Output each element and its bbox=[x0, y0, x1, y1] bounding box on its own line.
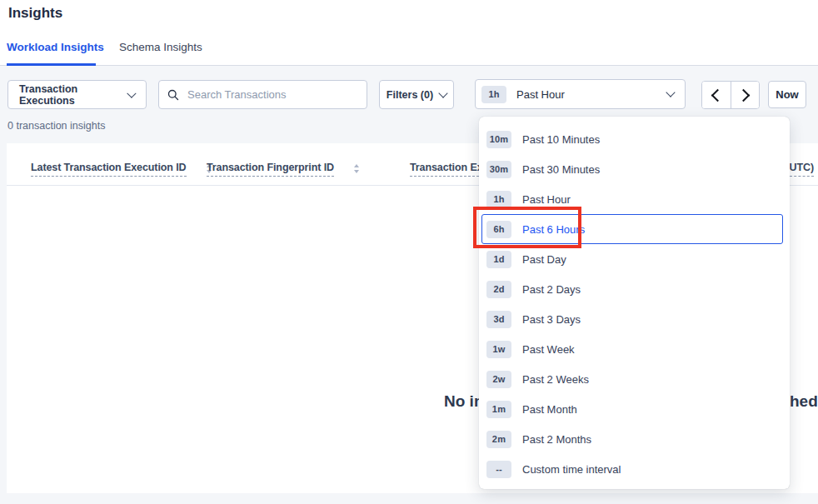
time-interval-option[interactable]: 1d Past Day bbox=[481, 244, 783, 274]
time-interval-option-label: Past Month bbox=[522, 403, 577, 416]
column-header-label: Transaction Fingerprint ID bbox=[207, 162, 334, 177]
time-interval-option[interactable]: 6h Past 6 Hours bbox=[481, 214, 783, 244]
column-header-label: Transaction Ex bbox=[410, 162, 483, 177]
time-interval-option-badge: 2m bbox=[486, 431, 511, 448]
column-header-label: UTC) bbox=[790, 162, 814, 177]
column-header-transaction-fingerprint-id: Transaction Fingerprint ID bbox=[207, 162, 359, 177]
active-tab-underline bbox=[7, 63, 96, 66]
tab-schema-insights[interactable]: Schema Insights bbox=[119, 41, 202, 53]
search-box[interactable] bbox=[158, 80, 367, 109]
time-interval-option[interactable]: 2w Past 2 Weeks bbox=[481, 364, 783, 394]
time-interval-option-badge: 30m bbox=[486, 161, 511, 178]
column-header-time-utc: UTC) bbox=[790, 162, 814, 177]
transaction-type-dropdown[interactable]: Transaction Executions bbox=[7, 80, 147, 109]
time-interval-dropdown-trigger[interactable]: 1h Past Hour bbox=[475, 79, 686, 109]
time-range-nav-group bbox=[701, 81, 760, 109]
empty-state-text-right: hed. bbox=[790, 392, 818, 411]
chevron-down-icon bbox=[438, 88, 447, 97]
time-interval-option-label: Past 30 Minutes bbox=[522, 163, 600, 176]
tab-workload-insights[interactable]: Workload Insights bbox=[7, 41, 104, 53]
time-interval-option[interactable]: 2m Past 2 Months bbox=[481, 424, 783, 454]
time-interval-option-label: Past 6 Hours bbox=[522, 223, 585, 236]
time-interval-option-label: Past 2 Weeks bbox=[522, 373, 589, 386]
page-title: Insights bbox=[8, 5, 62, 22]
time-interval-option-label: Past 10 Minutes bbox=[522, 133, 600, 146]
time-range-next-button[interactable] bbox=[731, 82, 760, 108]
column-header-transaction-execution: Transaction Ex bbox=[410, 162, 483, 177]
column-header-latest-transaction-execution-id: Latest Transaction Execution ID bbox=[31, 162, 212, 177]
time-interval-option-badge: 6h bbox=[486, 221, 511, 238]
filters-label: Filters (0) bbox=[387, 89, 433, 101]
time-interval-option[interactable]: 1m Past Month bbox=[481, 394, 783, 424]
time-interval-option-label: Past 2 Months bbox=[522, 433, 591, 446]
time-interval-label: Past Hour bbox=[516, 88, 565, 101]
chevron-down-icon bbox=[666, 87, 675, 97]
chevron-right-icon bbox=[736, 88, 750, 102]
time-interval-option-badge: 1w bbox=[486, 341, 511, 358]
filters-dropdown[interactable]: Filters (0) bbox=[379, 80, 454, 109]
time-interval-option[interactable]: 1h Past Hour bbox=[481, 184, 783, 214]
time-interval-option-badge: 10m bbox=[486, 131, 511, 148]
time-interval-option-badge: -- bbox=[486, 461, 511, 478]
search-icon bbox=[167, 89, 179, 101]
time-interval-option-badge: 2w bbox=[486, 371, 511, 388]
time-interval-option[interactable]: 10m Past 10 Minutes bbox=[481, 124, 783, 154]
time-interval-badge: 1h bbox=[481, 86, 506, 103]
time-interval-option-badge: 1h bbox=[486, 191, 511, 208]
time-interval-dropdown-menu: 10m Past 10 Minutes 30m Past 30 Minutes … bbox=[479, 117, 790, 489]
time-interval-option[interactable]: -- Custom time interval bbox=[481, 454, 783, 484]
time-interval-option-label: Past 2 Days bbox=[522, 283, 581, 296]
search-input[interactable] bbox=[186, 87, 358, 102]
time-interval-option-label: Custom time interval bbox=[522, 463, 621, 476]
chevron-left-icon bbox=[711, 88, 725, 102]
time-range-prev-button[interactable] bbox=[702, 82, 731, 108]
transaction-type-label: Transaction Executions bbox=[19, 83, 128, 107]
column-header-label: Latest Transaction Execution ID bbox=[31, 162, 187, 177]
time-interval-option-label: Past Week bbox=[522, 343, 575, 356]
time-interval-option-label: Past 3 Days bbox=[522, 313, 581, 326]
page-header: Insights Workload Insights Schema Insigh… bbox=[0, 0, 818, 66]
time-interval-option-label: Past Hour bbox=[522, 193, 571, 206]
time-interval-option-badge: 1m bbox=[486, 401, 511, 418]
now-button[interactable]: Now bbox=[768, 81, 806, 108]
empty-state-text-left: No in bbox=[444, 392, 484, 411]
time-interval-option-badge: 2d bbox=[486, 281, 511, 298]
sort-icon[interactable] bbox=[354, 164, 359, 173]
time-interval-option-badge: 3d bbox=[486, 311, 511, 328]
time-interval-option[interactable]: 30m Past 30 Minutes bbox=[481, 154, 783, 184]
time-interval-option[interactable]: 2d Past 2 Days bbox=[481, 274, 783, 304]
time-interval-option[interactable]: 3d Past 3 Days bbox=[481, 304, 783, 334]
insights-count-summary: 0 transaction insights bbox=[7, 120, 105, 132]
time-interval-option-label: Past Day bbox=[522, 253, 566, 266]
time-interval-option[interactable]: 1w Past Week bbox=[481, 334, 783, 364]
time-interval-option-badge: 1d bbox=[486, 251, 511, 268]
